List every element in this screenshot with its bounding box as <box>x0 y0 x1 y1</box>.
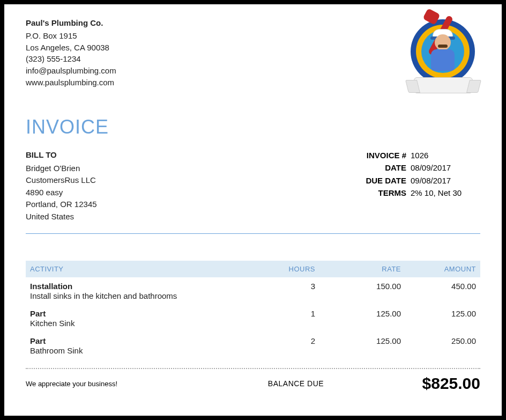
bill-to-country: United States <box>26 211 97 223</box>
meta-terms: 2% 10, Net 30 <box>411 187 480 199</box>
line-items-table: ACTIVITY HOURS RATE AMOUNT Installation … <box>26 261 480 359</box>
item-rate: 150.00 <box>315 282 401 291</box>
item-name: Part <box>30 336 251 345</box>
banner-icon <box>414 77 473 93</box>
meta-due-date: 09/08/2017 <box>411 174 480 187</box>
bill-to-label: BILL TO <box>26 149 97 161</box>
meta-invoice-label: INVOICE # <box>346 149 411 161</box>
invoice-page: Paul's Plumbing Co. P.O. Box 1915 Los An… <box>0 0 506 420</box>
bill-to-name: Bridget O'Brien <box>26 163 97 175</box>
document-title: INVOICE <box>26 116 480 138</box>
col-hours-header: HOURS <box>251 265 315 273</box>
divider <box>26 233 480 234</box>
col-rate-header: RATE <box>315 265 401 273</box>
invoice-meta: INVOICE # 1026 DATE 08/09/2017 DUE DATE … <box>346 149 480 223</box>
dashed-divider <box>26 368 480 369</box>
item-hours: 2 <box>251 336 315 345</box>
company-name: Paul's Plumbing Co. <box>26 17 116 29</box>
company-phone: (323) 555-1234 <box>26 53 116 65</box>
item-hours: 1 <box>251 309 315 318</box>
item-desc: Kitchen Sink <box>30 319 251 328</box>
company-email: info@paulsplumbing.com <box>26 65 116 77</box>
bill-to-company: CustomersRus LLC <box>26 174 97 187</box>
item-name: Installation <box>30 282 251 291</box>
item-name: Part <box>30 309 251 318</box>
footer-row: We appreciate your business! BALANCE DUE… <box>26 374 480 393</box>
item-amount: 125.00 <box>401 309 476 318</box>
bill-to-street: 4890 easy <box>26 187 97 199</box>
meta-terms-label: TERMS <box>346 187 411 199</box>
table-row: Part Bathroom Sink 2 125.00 250.00 <box>26 332 480 359</box>
company-logo <box>405 17 480 92</box>
balance-due-amount: $825.00 <box>373 374 480 393</box>
meta-due-label: DUE DATE <box>346 174 411 187</box>
item-hours: 3 <box>251 282 315 291</box>
meta-date-label: DATE <box>346 161 411 174</box>
billing-row: BILL TO Bridget O'Brien CustomersRus LLC… <box>26 149 480 223</box>
table-body: Installation Install sinks in the kitche… <box>26 277 480 359</box>
item-desc: Bathroom Sink <box>30 346 251 355</box>
item-rate: 125.00 <box>315 309 401 318</box>
col-amount-header: AMOUNT <box>401 265 476 273</box>
company-city: Los Angeles, CA 90038 <box>26 42 116 54</box>
item-amount: 250.00 <box>401 336 476 345</box>
company-pobox: P.O. Box 1915 <box>26 30 116 42</box>
plumber-icon <box>426 27 460 72</box>
header: Paul's Plumbing Co. P.O. Box 1915 Los An… <box>26 17 480 92</box>
item-amount: 450.00 <box>401 282 476 291</box>
bill-to-block: BILL TO Bridget O'Brien CustomersRus LLC… <box>26 149 97 223</box>
col-activity-header: ACTIVITY <box>30 265 251 273</box>
table-row: Part Kitchen Sink 1 125.00 125.00 <box>26 305 480 332</box>
table-header: ACTIVITY HOURS RATE AMOUNT <box>26 261 480 277</box>
meta-invoice-number: 1026 <box>411 149 480 161</box>
thanks-message: We appreciate your business! <box>26 380 219 388</box>
balance-due-label: BALANCE DUE <box>219 379 373 388</box>
meta-date: 08/09/2017 <box>411 161 480 174</box>
company-website: www.paulsplumbing.com <box>26 77 116 89</box>
item-rate: 125.00 <box>315 336 401 345</box>
company-block: Paul's Plumbing Co. P.O. Box 1915 Los An… <box>26 17 116 89</box>
item-desc: Install sinks in the kitchen and bathroo… <box>30 291 251 300</box>
bill-to-city: Portland, OR 12345 <box>26 198 97 211</box>
table-row: Installation Install sinks in the kitche… <box>26 277 480 305</box>
